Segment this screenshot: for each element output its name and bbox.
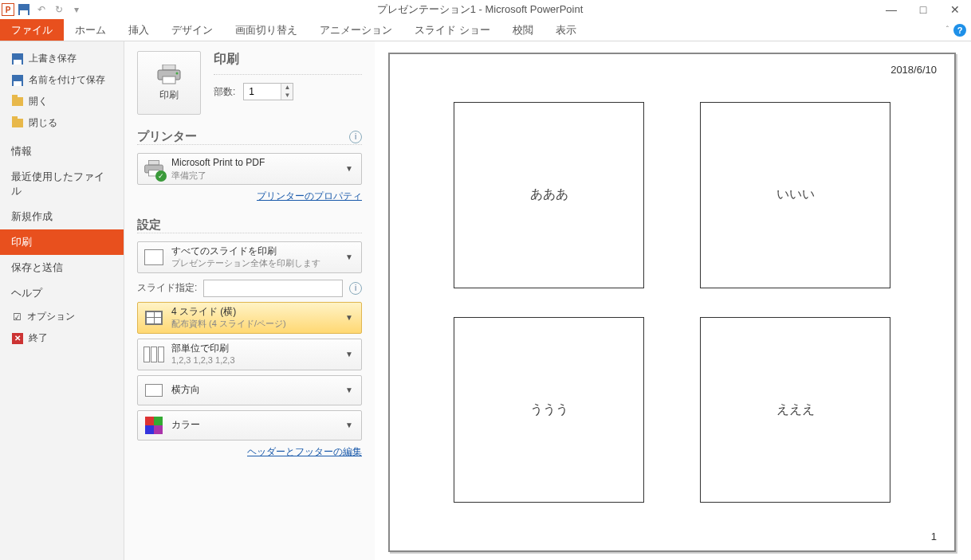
- ribbon-minimize-icon[interactable]: ˆ: [946, 25, 949, 34]
- print-range-dropdown[interactable]: すべてのスライドを印刷 プレゼンテーション全体を印刷します ▼: [137, 241, 362, 273]
- sidebar-item-label: 最近使用したファイル: [11, 170, 112, 198]
- layout-dropdown[interactable]: 4 スライド (横) 配布資料 (4 スライド/ページ) ▼: [137, 302, 362, 334]
- copies-spinbox[interactable]: ▲▼: [243, 83, 293, 100]
- printer-dropdown[interactable]: ✓ Microsoft Print to PDF 準備完了 ▼: [137, 153, 362, 185]
- tab-animations[interactable]: アニメーション: [309, 19, 403, 41]
- orientation-value: 横方向: [171, 384, 336, 397]
- sidebar-help[interactable]: ヘルプ: [0, 280, 124, 306]
- preview-page: 2018/6/10 1 あああ いいい ううう えええ: [388, 53, 956, 552]
- sidebar-item-label: オプション: [27, 310, 75, 323]
- tab-design[interactable]: デザイン: [160, 19, 224, 41]
- tab-home[interactable]: ホーム: [64, 19, 117, 41]
- slide-thumb: いいい: [700, 102, 890, 288]
- spin-up-icon[interactable]: ▲: [281, 84, 293, 92]
- window-controls: — □ ✕: [875, 0, 971, 19]
- sidebar-exit[interactable]: ✕終了: [0, 327, 124, 349]
- sidebar-save[interactable]: 上書き保存: [0, 48, 124, 69]
- sidebar-info[interactable]: 情報: [0, 139, 124, 164]
- print-range-desc: プレゼンテーション全体を印刷します: [171, 257, 336, 268]
- printer-section-title: プリンター: [137, 129, 349, 144]
- sidebar-recent[interactable]: 最近使用したファイル: [0, 164, 124, 204]
- qat-customize[interactable]: ▾: [69, 2, 85, 18]
- tab-transitions[interactable]: 画面切り替え: [224, 19, 309, 41]
- layout-title: 4 スライド (横): [171, 306, 336, 319]
- printer-status: 準備完了: [171, 170, 336, 181]
- sidebar-new[interactable]: 新規作成: [0, 204, 124, 229]
- chevron-down-icon: ▼: [342, 421, 356, 429]
- slide-thumb: あああ: [454, 102, 644, 288]
- titlebar: P ↶ ↻ ▾ プレゼンテーション1 - Microsoft PowerPoin…: [0, 0, 971, 19]
- tab-slideshow[interactable]: スライド ショー: [403, 19, 501, 41]
- handout-4-icon: [143, 307, 165, 329]
- sidebar-item-label: 情報: [11, 144, 32, 159]
- chevron-down-icon: ▼: [342, 313, 356, 322]
- tab-insert[interactable]: 挿入: [117, 19, 160, 41]
- printer-icon: [156, 65, 182, 85]
- tab-file[interactable]: ファイル: [0, 19, 64, 41]
- slide-thumb: えええ: [700, 317, 890, 503]
- minimize-button[interactable]: —: [875, 0, 907, 19]
- window-title: プレゼンテーション1 - Microsoft PowerPoint: [85, 2, 875, 17]
- copies-label: 部数:: [214, 85, 235, 99]
- chevron-down-icon: ▼: [342, 350, 356, 358]
- slide-thumb: ううう: [454, 317, 644, 503]
- sidebar-item-label: ヘルプ: [11, 286, 42, 300]
- sidebar-save-send[interactable]: 保存と送信: [0, 255, 124, 280]
- print-button[interactable]: 印刷: [137, 51, 201, 115]
- sidebar-item-label: 上書き保存: [29, 52, 77, 65]
- separator: [137, 144, 362, 145]
- separator: [137, 233, 362, 233]
- color-dropdown[interactable]: カラー ▼: [137, 410, 362, 441]
- svg-rect-0: [163, 65, 175, 70]
- printer-properties-link[interactable]: プリンターのプロパティ: [257, 190, 362, 202]
- slide-spec-input[interactable]: [203, 280, 343, 297]
- sidebar-options[interactable]: ☑オプション: [0, 306, 124, 327]
- printer-icon: ✓: [143, 158, 165, 180]
- tab-view[interactable]: 表示: [544, 19, 588, 41]
- header-footer-link[interactable]: ヘッダーとフッターの編集: [247, 446, 362, 457]
- collate-dropdown[interactable]: 部単位で印刷 1,2,3 1,2,3 1,2,3 ▼: [137, 339, 362, 370]
- qat-undo[interactable]: ↶: [33, 2, 49, 18]
- print-range-title: すべてのスライドを印刷: [171, 245, 336, 258]
- printer-name: Microsoft Print to PDF: [171, 157, 336, 170]
- preview-date: 2018/6/10: [890, 64, 937, 76]
- orientation-dropdown[interactable]: 横方向 ▼: [137, 375, 362, 405]
- preview-page-number: 1: [931, 531, 937, 542]
- status-ready-icon: ✓: [155, 170, 167, 182]
- chevron-down-icon: ▼: [342, 164, 356, 173]
- help-icon[interactable]: ?: [953, 24, 966, 37]
- info-icon[interactable]: i: [349, 131, 362, 143]
- qat-redo[interactable]: ↻: [51, 2, 67, 18]
- slides-icon: [143, 246, 165, 268]
- chevron-down-icon: ▼: [342, 253, 356, 261]
- svg-point-3: [176, 72, 179, 74]
- color-icon: [143, 414, 165, 437]
- sidebar-item-label: 新規作成: [11, 210, 53, 224]
- close-button[interactable]: ✕: [939, 0, 971, 19]
- layout-desc: 配布資料 (4 スライド/ページ): [171, 318, 336, 329]
- qat-save[interactable]: [16, 2, 32, 18]
- handout-grid: あああ いいい ううう えええ: [454, 102, 890, 503]
- chevron-down-icon: ▼: [342, 386, 356, 394]
- sidebar-item-label: 名前を付けて保存: [29, 73, 105, 87]
- sidebar-saveas[interactable]: 名前を付けて保存: [0, 69, 124, 91]
- maximize-button[interactable]: □: [907, 0, 939, 19]
- qat: P ↶ ↻ ▾: [0, 2, 85, 18]
- print-button-label: 印刷: [159, 88, 179, 102]
- print-title: 印刷: [214, 51, 362, 68]
- sidebar-close[interactable]: 閉じる: [0, 112, 124, 134]
- backstage: 上書き保存 名前を付けて保存 開く 閉じる 情報 最近使用したファイル 新規作成…: [0, 41, 971, 560]
- sidebar-item-label: 保存と送信: [11, 260, 63, 275]
- sidebar-item-label: 終了: [29, 331, 48, 345]
- sidebar-print[interactable]: 印刷: [0, 229, 124, 255]
- tab-review[interactable]: 校閲: [501, 19, 544, 41]
- sidebar-open[interactable]: 開く: [0, 91, 124, 112]
- copies-input[interactable]: [244, 86, 281, 97]
- settings-section-title: 設定: [137, 217, 362, 233]
- backstage-sidebar: 上書き保存 名前を付けて保存 開く 閉じる 情報 最近使用したファイル 新規作成…: [0, 41, 124, 560]
- ribbon-tabs: ファイル ホーム 挿入 デザイン 画面切り替え アニメーション スライド ショー…: [0, 19, 971, 41]
- collate-title: 部単位で印刷: [171, 343, 336, 355]
- collate-icon: [143, 343, 165, 366]
- info-icon[interactable]: i: [349, 282, 362, 295]
- spin-down-icon[interactable]: ▼: [281, 92, 293, 100]
